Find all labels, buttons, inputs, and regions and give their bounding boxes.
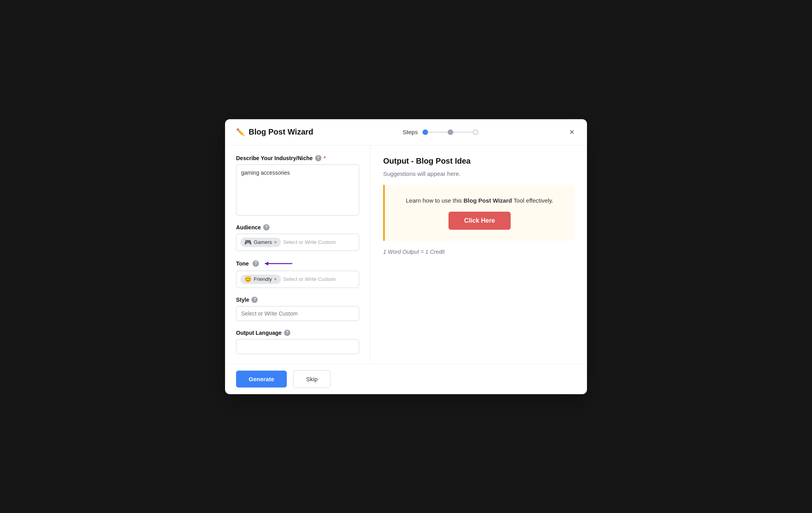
friendly-emoji: 😊 (244, 276, 252, 283)
tone-tag-remove[interactable]: × (274, 277, 277, 282)
output-language-field-group: Output Language ? (236, 330, 359, 354)
tone-help-icon[interactable]: ? (253, 260, 259, 267)
industry-label: Describe Your Industry/Niche ? * (236, 155, 359, 161)
industry-help-icon[interactable]: ? (315, 155, 321, 161)
steps-dots (423, 129, 478, 135)
step-line-2 (453, 132, 473, 133)
tone-placeholder: Select or Write Custom (283, 276, 336, 282)
close-button[interactable]: × (568, 126, 576, 138)
audience-label: Audience ? (236, 224, 359, 231)
right-panel: Output - Blog Post Idea Suggestions will… (371, 146, 587, 364)
step-dot-3 (473, 129, 478, 135)
output-language-input[interactable] (236, 339, 359, 354)
modal-title: Blog Post Wizard (249, 127, 313, 137)
step-line-1 (428, 132, 448, 133)
style-field-group: Style ? (236, 297, 359, 321)
friendly-label: Friendly (254, 276, 272, 282)
blog-post-wizard-modal: ✏️ Blog Post Wizard Steps × (225, 119, 587, 394)
tone-tag-input[interactable]: 😊 Friendly × Select or Write Custom (236, 271, 359, 288)
steps-label: Steps (403, 129, 418, 135)
output-title: Output - Blog Post Idea (383, 157, 574, 166)
audience-tag-remove[interactable]: × (274, 240, 277, 245)
output-language-label: Output Language ? (236, 330, 359, 336)
style-help-icon[interactable]: ? (251, 297, 258, 303)
step-dot-1 (423, 129, 428, 135)
gamers-label: Gamers (254, 239, 272, 245)
info-box: Learn how to use this Blog Post Wizard T… (383, 185, 574, 241)
arrow-indicator (263, 260, 294, 268)
modal-footer: Generate Skip (225, 364, 587, 394)
audience-placeholder: Select or Write Custom (283, 239, 336, 245)
output-placeholder: Suggestions will appear here. (383, 170, 574, 177)
style-label: Style ? (236, 297, 359, 303)
audience-tag-input[interactable]: 🎮 Gamers × Select or Write Custom (236, 234, 359, 251)
pencil-icon: ✏️ (236, 128, 245, 137)
credit-info: 1 Word Output = 1 Credit (383, 249, 574, 255)
skip-button[interactable]: Skip (293, 370, 330, 388)
industry-textarea[interactable]: gaming accessories (236, 164, 359, 216)
tone-field-group: Tone ? 😊 Friendly × (236, 260, 359, 288)
audience-tag-gamers: 🎮 Gamers × (240, 238, 281, 247)
output-language-help-icon[interactable]: ? (284, 330, 290, 336)
modal-body: Describe Your Industry/Niche ? * gaming … (225, 146, 587, 364)
tone-tag-friendly: 😊 Friendly × (240, 275, 281, 284)
modal-title-area: ✏️ Blog Post Wizard (236, 127, 313, 137)
style-input[interactable] (236, 306, 359, 321)
modal-backdrop: ✏️ Blog Post Wizard Steps × (0, 0, 812, 513)
required-star: * (324, 155, 326, 161)
modal-header: ✏️ Blog Post Wizard Steps × (225, 119, 587, 146)
audience-field-group: Audience ? 🎮 Gamers × Select or Write Cu… (236, 224, 359, 251)
tone-label: Tone ? (236, 260, 359, 268)
svg-marker-1 (265, 262, 268, 266)
industry-field-group: Describe Your Industry/Niche ? * gaming … (236, 155, 359, 216)
audience-help-icon[interactable]: ? (263, 224, 269, 231)
generate-button[interactable]: Generate (236, 371, 287, 388)
steps-area: Steps (403, 129, 478, 135)
click-here-button[interactable]: Click Here (448, 212, 511, 230)
left-panel: Describe Your Industry/Niche ? * gaming … (225, 146, 371, 364)
step-dot-2 (448, 129, 453, 135)
info-box-text: Learn how to use this Blog Post Wizard T… (406, 196, 553, 205)
gamers-emoji: 🎮 (244, 239, 252, 246)
